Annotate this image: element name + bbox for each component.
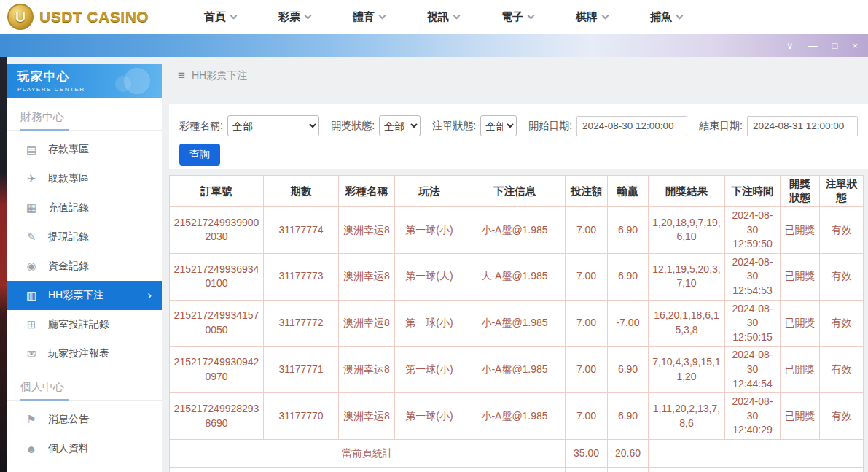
nav-item-cards[interactable]: 棋牌 xyxy=(576,10,608,24)
section-heading-label: 個人中心 xyxy=(20,380,64,392)
nav-item-home[interactable]: 首頁 xyxy=(204,10,236,24)
summary-row-grand-total: 總統計 35.00 20.60 xyxy=(170,467,864,472)
recharge-record-icon: ▦ xyxy=(25,201,38,214)
nav-label: 棋牌 xyxy=(576,10,598,24)
chevron-down-icon xyxy=(379,12,386,19)
background-page-strip xyxy=(0,57,7,472)
cell-order-id: 2152172499341570050 xyxy=(170,300,264,347)
cell-period: 31177770 xyxy=(264,393,339,440)
window-minimize-button[interactable]: — xyxy=(808,41,818,50)
withdraw-record-icon: ✎ xyxy=(25,231,38,244)
end-date-input[interactable] xyxy=(747,116,858,136)
draw-status-select[interactable]: 全部 xyxy=(379,115,421,136)
breadcrumb: ≡ HH彩票下注 xyxy=(178,69,247,83)
sidebar-item-deposit[interactable]: ▤ 存款專區 xyxy=(7,135,162,164)
nav-item-lottery[interactable]: 彩票 xyxy=(278,10,310,24)
cell-order-status: 有效 xyxy=(820,393,864,440)
sidebar-item-profile[interactable]: ☻ 個人資料 xyxy=(7,434,162,463)
order-status-select[interactable]: 全部 xyxy=(480,115,517,136)
col-header-order-status: 注單狀態 xyxy=(820,176,864,207)
cell-bet-info: 小-A盤@1.985 xyxy=(464,347,566,393)
cell-play: 第一球(小) xyxy=(395,393,464,440)
nav-item-sports[interactable]: 體育 xyxy=(353,10,385,24)
cell-bet-amount: 7.00 xyxy=(566,393,608,440)
site-logo[interactable]: U USDT CASINO xyxy=(7,4,164,30)
section-finance-heading: 財務中心 xyxy=(7,98,162,131)
section-personal-heading: 個人中心 xyxy=(7,368,162,401)
search-button[interactable]: 查詢 xyxy=(179,144,220,166)
chevron-right-icon: › xyxy=(147,288,152,303)
cell-period: 31177773 xyxy=(264,253,339,300)
sidebar-item-announcements[interactable]: ⚑ 消息公告 xyxy=(7,405,162,434)
sidebar-item-funds-record[interactable]: ◉ 資金記錄 xyxy=(7,252,162,281)
sidebar-item-hall-bets-record[interactable]: ⊞ 廳室投註記錄 xyxy=(7,310,162,339)
cell-period: 31177772 xyxy=(264,300,339,347)
start-date-input[interactable] xyxy=(576,116,687,136)
nav-label: 捕魚 xyxy=(650,10,672,24)
chevron-down-icon xyxy=(453,12,461,19)
cell-draw-status: 已開獎 xyxy=(781,207,820,254)
summary-row-current-page: 當前頁統計 35.00 20.60 xyxy=(170,439,864,467)
funds-record-icon: ◉ xyxy=(25,260,38,273)
coin-icon: U xyxy=(7,4,34,30)
cell-bet-time: 2024-08-30 12:50:15 xyxy=(725,300,781,347)
sidebar-item-hh-lottery-bets[interactable]: ▥ HH彩票下注 › xyxy=(7,281,162,310)
order-status-label: 注單狀態: xyxy=(432,120,476,133)
cell-draw-result: 12,1,19,5,20,3,7,10 xyxy=(649,253,725,300)
cell-order-id: 2152172499282938690 xyxy=(170,393,264,440)
window-maximize-button[interactable]: □ xyxy=(832,41,838,50)
cell-draw-result: 16,20,1,18,6,15,3,8 xyxy=(649,300,725,347)
cell-order-status: 有效 xyxy=(820,300,864,347)
cell-draw-status: 已開獎 xyxy=(781,300,820,347)
start-date-label: 開始日期: xyxy=(528,120,572,133)
announcement-icon: ⚑ xyxy=(25,413,38,426)
hall-bets-record-icon: ⊞ xyxy=(25,318,38,331)
window-body: 玩家中心 PLAYERS CENTER 財務中心 ▤ 存款專區 ✈ 取款專區 ▦… xyxy=(0,57,868,472)
table-row: 2152172499309420970 31177771 澳洲幸运8 第一球(小… xyxy=(170,347,864,393)
sidebar-item-label: 充值記錄 xyxy=(48,201,89,214)
top-navigation: U USDT CASINO 首頁 彩票 體育 視訊 電子 棋牌 捕魚 xyxy=(0,0,868,34)
sidebar-item-label: 玩家投注報表 xyxy=(48,347,109,360)
sidebar-title: 玩家中心 xyxy=(17,69,162,85)
nav-label: 體育 xyxy=(353,10,375,24)
cell-bet-time: 2024-08-30 12:59:50 xyxy=(725,207,781,254)
sidebar-item-recharge-record[interactable]: ▦ 充值記錄 xyxy=(7,193,162,223)
chevron-down-icon xyxy=(528,12,535,19)
cell-period: 31177774 xyxy=(264,207,339,254)
sidebar-item-bet-report[interactable]: ✉ 玩家投注報表 xyxy=(7,339,162,368)
lottery-bets-icon: ▥ xyxy=(25,289,38,302)
sidebar-item-label: 個人資料 xyxy=(48,442,89,455)
coin-letter: U xyxy=(15,9,26,26)
table-row: 2152172499341570050 31177772 澳洲幸运8 第一球(小… xyxy=(170,300,864,347)
menu-toggle-icon[interactable]: ≡ xyxy=(178,69,185,83)
cell-lottery: 澳洲幸运8 xyxy=(339,393,395,440)
nav-label: 視訊 xyxy=(427,10,449,24)
col-header-bet-time: 下注時間 xyxy=(725,176,781,207)
main-content: ≡ HH彩票下注 彩種名稱: 全部 開獎狀態: 全部 注單狀態: 全部 開始日期… xyxy=(169,57,868,472)
summary-bet-total: 35.00 xyxy=(566,467,608,472)
sidebar-item-withdraw-record[interactable]: ✎ 提現記錄 xyxy=(7,223,162,252)
col-header-play: 玩法 xyxy=(395,176,464,207)
sidebar-item-label: 存款專區 xyxy=(48,143,89,156)
summary-empty xyxy=(649,439,864,467)
end-date-label: 結束日期: xyxy=(699,120,743,133)
bet-report-icon: ✉ xyxy=(25,347,38,360)
summary-winloss-total: 20.60 xyxy=(608,467,649,472)
lottery-type-select[interactable]: 全部 xyxy=(227,115,319,136)
cell-play: 第一球(小) xyxy=(395,300,464,347)
nav-item-slots[interactable]: 電子 xyxy=(501,10,533,24)
col-header-winloss: 輸贏 xyxy=(608,176,649,207)
sidebar-item-label: 取款專區 xyxy=(48,172,89,185)
cell-play: 第一球(小) xyxy=(395,207,464,254)
nav-item-live[interactable]: 視訊 xyxy=(427,10,459,24)
cell-lottery: 澳洲幸运8 xyxy=(339,347,395,393)
table-row: 2152172499399002030 31177774 澳洲幸运8 第一球(小… xyxy=(170,207,864,254)
cell-bet-amount: 7.00 xyxy=(566,207,608,254)
page-title: HH彩票下注 xyxy=(192,69,247,82)
col-header-draw-result: 開獎結果 xyxy=(649,176,725,207)
sidebar-subtitle: PLAYERS CENTER xyxy=(17,86,162,93)
window-close-button[interactable]: × xyxy=(852,41,858,50)
window-chevron-button[interactable]: ∨ xyxy=(786,41,794,50)
sidebar-item-withdraw[interactable]: ✈ 取款專區 xyxy=(7,164,162,193)
nav-item-fishing[interactable]: 捕魚 xyxy=(650,10,682,24)
